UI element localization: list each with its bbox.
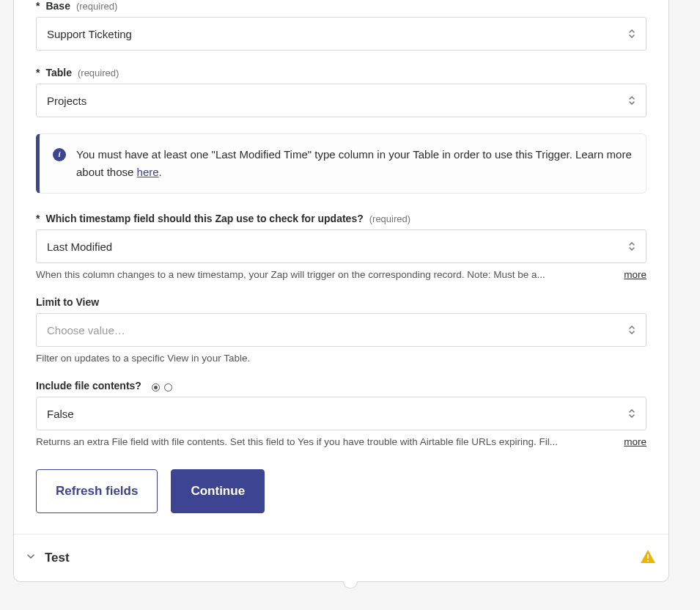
- required-text: (required): [369, 213, 410, 224]
- include-files-help: Returns an extra File field with file co…: [36, 436, 611, 447]
- table-select-value: Projects: [47, 95, 86, 107]
- required-asterisk: *: [36, 67, 40, 78]
- svg-rect-0: [647, 554, 649, 559]
- info-link[interactable]: here: [137, 166, 159, 178]
- timestamp-label-row: * Which timestamp field should this Zap …: [36, 213, 646, 224]
- limit-view-label-row: Limit to View: [36, 296, 646, 308]
- include-files-label-row: Include file contents?: [36, 380, 646, 392]
- include-files-help-row: Returns an extra File field with file co…: [36, 436, 646, 447]
- setup-panel: * Base (required) Support Ticketing * Ta…: [13, 0, 669, 582]
- limit-view-help-row: Filter on updates to a specific View in …: [36, 353, 646, 364]
- radio-pair: [152, 383, 172, 392]
- timestamp-select-value: Last Modified: [47, 240, 112, 253]
- continue-button[interactable]: Continue: [171, 469, 265, 513]
- info-text: You must have at least one "Last Modifie…: [76, 146, 633, 181]
- timestamp-label: Which timestamp field should this Zap us…: [45, 213, 363, 224]
- chevron-up-down-icon: [628, 325, 635, 335]
- radio-option-1[interactable]: [152, 383, 160, 392]
- table-label: Table: [45, 67, 72, 78]
- base-label-row: * Base (required): [36, 0, 646, 12]
- table-field-group: * Table (required) Projects: [36, 67, 646, 117]
- timestamp-select[interactable]: Last Modified: [36, 229, 646, 263]
- warning-icon: [639, 548, 657, 568]
- table-label-row: * Table (required): [36, 67, 646, 78]
- test-left: Test: [26, 551, 70, 565]
- button-row: Refresh fields Continue: [36, 469, 646, 513]
- required-asterisk: *: [36, 213, 40, 224]
- chevron-up-down-icon: [628, 95, 635, 106]
- include-files-value: False: [47, 408, 74, 420]
- chevron-up-down-icon: [628, 241, 635, 251]
- connector: [0, 581, 700, 589]
- required-text: (required): [76, 1, 117, 12]
- info-banner: i You must have at least one "Last Modif…: [36, 133, 646, 194]
- timestamp-help: When this column changes to a new timest…: [36, 269, 611, 280]
- required-asterisk: *: [36, 0, 40, 12]
- svg-rect-1: [647, 560, 649, 562]
- test-label: Test: [45, 551, 70, 565]
- base-field-group: * Base (required) Support Ticketing: [36, 0, 646, 51]
- required-text: (required): [78, 67, 119, 78]
- test-section[interactable]: Test: [14, 534, 668, 581]
- limit-view-help: Filter on updates to a specific View in …: [36, 353, 646, 364]
- include-files-select[interactable]: False: [36, 397, 646, 430]
- radio-option-2[interactable]: [164, 383, 172, 392]
- chevron-down-icon: [26, 551, 36, 565]
- limit-view-label: Limit to View: [36, 296, 99, 308]
- base-select[interactable]: Support Ticketing: [36, 17, 646, 51]
- info-text-part2: .: [159, 166, 162, 178]
- chevron-up-down-icon: [628, 29, 635, 39]
- refresh-button[interactable]: Refresh fields: [36, 469, 158, 513]
- limit-view-field-group: Limit to View Choose value… Filter on up…: [36, 296, 646, 364]
- include-files-field-group: Include file contents? False Returns an …: [36, 380, 646, 447]
- timestamp-help-row: When this column changes to a new timest…: [36, 269, 646, 280]
- base-label: Base: [45, 0, 70, 12]
- limit-view-placeholder: Choose value…: [47, 324, 125, 337]
- form-area: * Base (required) Support Ticketing * Ta…: [14, 0, 668, 534]
- table-select[interactable]: Projects: [36, 84, 646, 117]
- limit-view-select[interactable]: Choose value…: [36, 313, 646, 347]
- include-files-label: Include file contents?: [36, 380, 141, 392]
- more-link[interactable]: more: [624, 436, 646, 447]
- more-link[interactable]: more: [624, 269, 646, 280]
- base-select-value: Support Ticketing: [47, 28, 132, 40]
- info-icon: i: [53, 148, 66, 161]
- chevron-up-down-icon: [628, 408, 635, 419]
- timestamp-field-group: * Which timestamp field should this Zap …: [36, 213, 646, 280]
- connector-node: [343, 581, 358, 589]
